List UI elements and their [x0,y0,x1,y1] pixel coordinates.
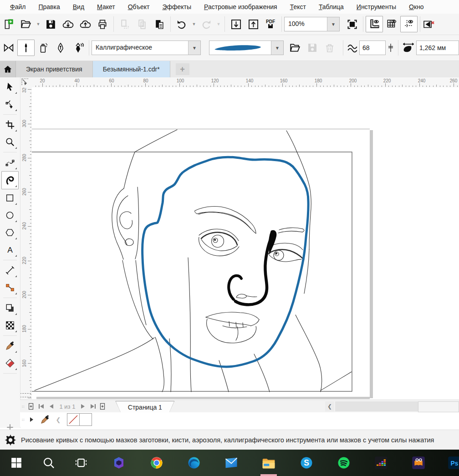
menu-effects[interactable]: Эффекты [156,1,198,13]
edge-icon[interactable] [187,456,201,470]
expression-mode-button[interactable] [69,39,87,57]
smoothing-input[interactable]: 68 [359,41,386,55]
file-explorer-icon[interactable] [261,456,276,470]
tool-ellipse[interactable] [2,207,18,224]
zoom-dropdown-arrow[interactable]: ▼ [327,17,339,31]
tool-color-eyedropper[interactable] [2,337,18,354]
ruler-origin-corner[interactable] [20,77,32,88]
tab-document[interactable]: Безымянный-1.cdr* [93,61,170,77]
stroke-preset-value[interactable]: Каллиграфическое [92,41,188,55]
menu-text[interactable]: Текст [284,1,312,13]
brush-mode-button[interactable] [17,40,35,56]
tool-text[interactable]: A [2,241,18,258]
tool-rectangle[interactable] [2,189,18,207]
cloud-upload-button[interactable] [76,15,94,33]
smoothing-slider-button[interactable] [386,39,396,57]
tool-artistic-media[interactable] [1,171,19,189]
sprayer-mode-button[interactable] [35,39,52,57]
open-button[interactable] [17,15,35,33]
menu-tools[interactable]: Инструменты [350,1,403,13]
stroke-shape-combo[interactable]: ▼ [209,41,284,55]
nib-width-input[interactable]: 1,262 мм [416,41,459,55]
tool-polygon[interactable] [2,224,18,241]
stroke-shape-arrow[interactable]: ▼ [271,41,283,55]
zoom-level-value[interactable]: 100% [285,17,327,31]
cloud-download-button[interactable] [59,15,76,33]
stroke-shape-preview[interactable] [209,41,271,55]
add-page-before-button[interactable] [26,401,36,411]
palette-grip[interactable]: ⁞⁞ [22,418,25,422]
add-page-after-button[interactable] [98,401,108,411]
print-button[interactable] [94,15,111,33]
windows-start-icon[interactable] [9,456,24,470]
stroke-preset-combo[interactable]: Каллиграфическое ▼ [92,41,201,55]
previous-page-button[interactable] [46,401,56,411]
show-guidelines-toggle[interactable] [400,16,418,32]
palette-eyedropper-icon[interactable] [40,415,50,425]
tool-zoom[interactable] [2,133,18,151]
menu-layout[interactable]: Макет [91,1,122,13]
chrome-icon[interactable] [149,456,164,470]
blue-calligraphic-outline[interactable] [143,157,309,367]
no-color-swatch[interactable] [67,413,80,426]
tool-curve[interactable] [2,154,18,171]
last-page-button[interactable] [88,401,98,411]
show-rulers-toggle[interactable] [366,16,383,32]
white-color-swatch[interactable] [79,413,92,426]
menu-bitmaps[interactable]: Растровые изображения [198,1,284,13]
undo-button[interactable] [173,15,190,33]
calligraphic-mode-button[interactable] [52,39,69,57]
menu-view[interactable]: Вид [66,1,91,13]
office-365-icon[interactable] [112,456,126,470]
tool-connector[interactable] [2,279,18,296]
mail-icon[interactable] [224,456,239,470]
stroke-preset-arrow[interactable]: ▼ [188,41,200,55]
task-view-icon[interactable] [74,456,88,470]
show-grid-toggle[interactable] [383,15,400,33]
horizontal-ruler[interactable]: 20406080100120140160180200220240260 [32,77,459,88]
open-dropdown-arrow[interactable]: ▼ [35,15,42,33]
tab-welcome-screen[interactable]: Экран приветствия [16,61,93,77]
browse-strokes-button[interactable] [286,39,304,57]
drag-grip[interactable]: ⁞⁞ [22,405,25,409]
page-tab[interactable]: Страница 1 [115,401,174,413]
scroll-left-button[interactable]: ❮ [325,401,334,411]
menu-object[interactable]: Объект [122,1,156,13]
skype-icon[interactable]: S [299,456,314,470]
reader-app-icon[interactable] [411,456,426,470]
photoshop-icon[interactable]: Ps [447,456,459,470]
drawing-canvas[interactable] [32,87,459,400]
deezer-icon[interactable] [374,456,388,470]
tool-crop[interactable] [2,116,18,133]
home-tab[interactable] [0,61,16,77]
disable-effects-button[interactable] [423,15,434,33]
status-gear-icon[interactable] [4,433,17,447]
tool-drop-shadow[interactable] [2,299,18,317]
tool-dimension[interactable] [2,262,18,279]
zoom-level-combo[interactable]: 100% ▼ [284,17,340,31]
tool-shape-edit[interactable] [2,96,18,113]
horizontal-scrollbar[interactable] [335,401,459,411]
tool-transparency[interactable] [2,317,18,334]
save-button[interactable] [42,15,59,33]
import-button[interactable] [227,15,245,33]
horizontal-scrollbar-thumb[interactable] [418,401,459,412]
preset-stroke-button[interactable] [0,39,17,57]
undo-dropdown-arrow[interactable]: ▼ [190,15,198,33]
spotify-icon[interactable] [337,456,351,470]
publish-to-pdf-button[interactable]: PDF [262,15,279,33]
tool-pick[interactable] [2,78,18,96]
menu-table[interactable]: Таблица [312,1,350,13]
menu-window[interactable]: Окно [403,1,430,13]
first-page-button[interactable] [36,401,46,411]
next-page-button[interactable] [78,401,88,411]
palette-scroll-left[interactable]: ❮ [56,416,61,423]
fullscreen-preview-button[interactable] [343,15,361,33]
new-document-button[interactable] [0,15,17,33]
tool-interactive-fill[interactable] [2,354,18,372]
menu-edit[interactable]: Правка [32,1,66,13]
search-icon[interactable] [41,456,56,470]
export-button[interactable] [245,15,262,33]
menu-file[interactable]: Файл [4,1,32,13]
new-document-tab-button[interactable]: + [176,63,189,75]
